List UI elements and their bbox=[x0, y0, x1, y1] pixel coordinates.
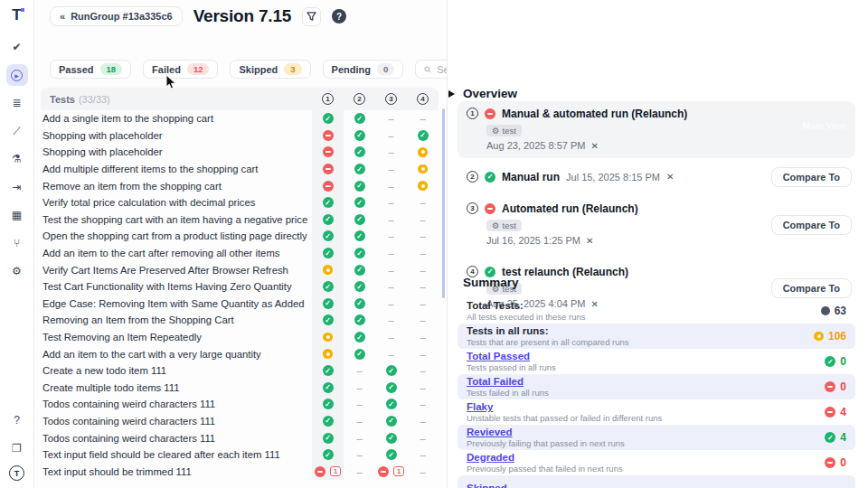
checklist-icon[interactable]: ≣ bbox=[6, 92, 28, 114]
summary-row-value: 0 bbox=[825, 456, 846, 469]
branch-icon[interactable]: ⑂ bbox=[6, 232, 28, 254]
filter-funnel-button[interactable] bbox=[302, 7, 321, 26]
test-status-col3: – bbox=[375, 296, 407, 313]
test-row[interactable]: Add multiple different items to the shop… bbox=[41, 161, 439, 178]
status-cell: ✓ bbox=[354, 197, 365, 208]
comment-badge[interactable]: 1 bbox=[393, 466, 404, 476]
gear-icon[interactable]: ⚙ bbox=[6, 260, 28, 282]
test-row[interactable]: Add an item to the cart after removing a… bbox=[41, 245, 439, 262]
status-none-icon: – bbox=[388, 314, 393, 325]
test-row[interactable]: Add a single item to the shopping cart✓✓… bbox=[41, 110, 439, 127]
filter-chip-pending[interactable]: Pending0 bbox=[323, 60, 404, 79]
test-row[interactable]: Remove an item from the shopping cart✓– bbox=[41, 177, 439, 194]
test-row[interactable]: Open the shopping cart from a product li… bbox=[41, 228, 439, 245]
compare-to-button[interactable]: Compare To bbox=[771, 278, 852, 298]
test-row[interactable]: Removing an Item from the Shopping Cart✓… bbox=[41, 312, 439, 329]
play-glyph: ▶ bbox=[11, 70, 23, 81]
status-cell: – bbox=[420, 466, 425, 477]
test-status-col1: ✓ bbox=[312, 296, 344, 313]
import-icon[interactable]: ⇥ bbox=[6, 176, 28, 198]
test-row[interactable]: Shopping with placeholder✓–✓ bbox=[41, 127, 439, 145]
run-tag-chip[interactable]: ⚙test bbox=[486, 125, 522, 136]
close-icon[interactable]: ✕ bbox=[590, 141, 598, 151]
run-item[interactable]: 2✓Manual runJul 15, 2025 8:15 PM✕Compare… bbox=[458, 164, 855, 190]
test-status-col1: ✓ bbox=[312, 110, 344, 127]
test-row[interactable]: Create a new todo item 111✓–✓– bbox=[41, 362, 439, 380]
column-header-2[interactable]: 2 bbox=[344, 88, 375, 110]
status-pass-icon: ✓ bbox=[323, 197, 334, 208]
app-header: « RunGroup #13a335c6 Version 7.15 ? bbox=[50, 6, 346, 26]
run-tag-chip[interactable]: ⚙test bbox=[486, 220, 522, 231]
close-icon[interactable]: ✕ bbox=[666, 172, 674, 182]
test-status-col3: – bbox=[375, 312, 407, 329]
test-row[interactable]: Todos containing weird characters 111✓–✓… bbox=[41, 396, 439, 413]
test-row[interactable]: Add an item to the cart with a very larg… bbox=[41, 345, 439, 362]
report-icon[interactable]: ▦ bbox=[6, 204, 28, 226]
column-header-4[interactable]: 4 bbox=[407, 88, 439, 110]
help-circle-icon[interactable]: ? bbox=[332, 9, 346, 23]
summary-row-label[interactable]: Revieved bbox=[467, 427, 825, 438]
test-row[interactable]: Test Removing an Item Repeatedly✓–– bbox=[41, 329, 439, 346]
close-icon[interactable]: ✕ bbox=[586, 236, 593, 246]
test-row[interactable]: Test Cart Functionality with Items Havin… bbox=[41, 278, 439, 296]
user-logo-badge[interactable]: T bbox=[9, 465, 24, 481]
test-name: Todos containing weird characters 111 bbox=[41, 433, 215, 444]
compare-to-button[interactable]: Compare To bbox=[771, 167, 852, 187]
main-view-ghost-button[interactable]: Main View bbox=[803, 121, 846, 131]
column-header-1[interactable]: 1 bbox=[312, 88, 344, 110]
gear-icon: ⚙ bbox=[492, 126, 500, 136]
filter-chip-skipped[interactable]: Skipped3 bbox=[230, 60, 310, 79]
test-tube-icon[interactable]: ⚗ bbox=[6, 148, 28, 170]
wand-icon[interactable]: ⟋ bbox=[6, 120, 28, 142]
summary-row-label[interactable]: Skipped bbox=[467, 483, 846, 488]
test-row[interactable]: Verify total price calculation with deci… bbox=[41, 194, 439, 211]
run-item[interactable]: 1Manual & automated run (Relaunch)⚙testA… bbox=[458, 101, 855, 158]
test-row[interactable]: Verify Cart Items Are Preserved After Br… bbox=[41, 261, 439, 278]
test-row[interactable]: Todos containing weird characters 111✓–✓… bbox=[41, 429, 439, 446]
test-status-col1 bbox=[312, 144, 344, 161]
test-row[interactable]: Test the shopping cart with an item havi… bbox=[41, 211, 439, 229]
test-row[interactable]: Todos containing weird characters 111✓–✓… bbox=[41, 413, 439, 430]
summary-row-label[interactable]: Degraded bbox=[467, 452, 825, 464]
summary-list: Total Tests:All tests executed in these … bbox=[458, 298, 855, 488]
test-row[interactable]: Create multiple todo items 111✓–✓– bbox=[41, 380, 439, 397]
summary-row-label[interactable]: Flaky bbox=[467, 401, 825, 413]
filter-chip-passed[interactable]: Passed18 bbox=[50, 60, 131, 79]
column-header-3[interactable]: 3 bbox=[375, 88, 407, 110]
test-row[interactable]: Shopping with placeholder✓– bbox=[41, 144, 439, 161]
library-icon[interactable]: ❐ bbox=[6, 437, 28, 459]
status-none-icon: – bbox=[388, 230, 393, 241]
compare-to-button[interactable]: Compare To bbox=[771, 215, 852, 235]
runs-icon[interactable]: ▶ bbox=[6, 64, 28, 86]
status-pass-icon: ✓ bbox=[354, 113, 365, 124]
run-item[interactable]: 3Automated run (Relaunch)⚙testJul 16, 20… bbox=[458, 196, 855, 253]
collapse-panel-icon[interactable] bbox=[448, 90, 455, 98]
test-status-col1: ✓ bbox=[312, 446, 344, 464]
status-cell: ✓ bbox=[323, 230, 334, 241]
status-cell bbox=[323, 181, 334, 192]
rungroup-back-button[interactable]: « RunGroup #13a335c6 bbox=[50, 6, 183, 26]
test-row[interactable]: Edge Case: Removing Item with Same Quant… bbox=[41, 296, 439, 313]
test-name: Verify total price calculation with deci… bbox=[41, 197, 255, 208]
status-none-icon: – bbox=[420, 466, 425, 477]
status-pass-icon: ✓ bbox=[386, 416, 397, 427]
test-row[interactable]: Text input should be trimmed 1111–1– bbox=[41, 463, 439, 480]
summary-row-label[interactable]: Total Passed bbox=[467, 351, 825, 362]
comment-badge[interactable]: 1 bbox=[330, 466, 341, 476]
test-status-col3: 1 bbox=[375, 463, 407, 480]
summary-row-label[interactable]: Total Failed bbox=[467, 376, 825, 388]
panel-scrollbar[interactable] bbox=[442, 108, 445, 298]
status-cell: ✓ bbox=[323, 416, 334, 427]
filter-chip-failed[interactable]: Failed12 bbox=[143, 60, 218, 79]
check-icon[interactable]: ✔ bbox=[6, 36, 28, 58]
status-none-icon: – bbox=[388, 298, 393, 309]
status-fail-icon bbox=[323, 130, 334, 141]
status-cell: – bbox=[356, 433, 362, 444]
summary-row-value: 63 bbox=[821, 305, 846, 317]
test-name: Add an item to the cart with a very larg… bbox=[41, 349, 261, 360]
status-cell: ✓ bbox=[323, 298, 334, 309]
test-status-col2: – bbox=[344, 463, 375, 480]
help-icon[interactable]: ? bbox=[6, 409, 28, 431]
test-row[interactable]: Text input field should be cleared after… bbox=[41, 446, 439, 464]
run-date: Jul 16, 2025 1:25 PM bbox=[486, 235, 580, 246]
